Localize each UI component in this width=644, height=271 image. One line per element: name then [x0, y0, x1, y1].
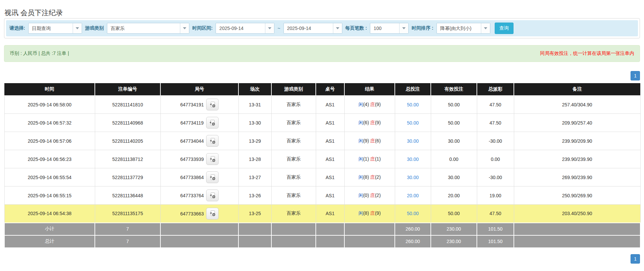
summary-empty-cell [160, 235, 238, 248]
cell-result: 闲(8) 庄(2) [344, 168, 395, 187]
chevron-down-icon[interactable] [399, 23, 408, 33]
cell-total-bet[interactable]: 30.00 [395, 150, 431, 168]
video-replay-icon[interactable] [206, 117, 219, 129]
cell-bet-id: 522811140968 [95, 114, 160, 132]
cell-round-id: 647733939 [160, 150, 238, 168]
summary-empty-cell [514, 235, 640, 248]
cell-payout: 47.50 [477, 96, 514, 114]
summary-total-bet: 260.00 [395, 223, 431, 235]
summary-payout: 101.50 [477, 223, 514, 235]
table-row: 2025-09-14 06:57:32522811140968647734119… [4, 114, 640, 132]
chevron-down-icon[interactable] [265, 23, 274, 33]
cell-time: 2025-09-14 06:57:32 [4, 114, 95, 132]
page-1-button[interactable]: 1 [631, 254, 640, 264]
select-type-dropdown[interactable]: 日期查询 [28, 23, 82, 34]
summary-label: 总计 [4, 235, 95, 248]
summary-empty-cell [238, 223, 271, 235]
cell-total-bet[interactable]: 30.00 [395, 132, 431, 150]
column-header: 时间 [4, 83, 95, 96]
chevron-down-icon[interactable] [73, 23, 82, 33]
summary-empty-cell [344, 223, 395, 235]
cell-game-type: 百家乐 [271, 114, 316, 132]
cell-time: 2025-09-14 06:57:06 [4, 132, 95, 150]
cell-payout: 0.00 [477, 150, 514, 168]
date-range-separator: ~ [277, 26, 280, 31]
summary-empty-cell [514, 223, 640, 235]
date-to-dropdown[interactable]: 2025-09-14 [283, 23, 342, 34]
cell-result: 闲(4) 庄(9) [344, 96, 395, 114]
summary-empty-cell [271, 223, 316, 235]
video-replay-icon[interactable] [206, 153, 219, 165]
cell-session: 13-29 [238, 132, 271, 150]
summary-valid-bet: 230.00 [431, 223, 477, 235]
column-header: 局号 [160, 83, 238, 96]
total-bet-link[interactable]: 50.00 [407, 211, 419, 216]
cell-bet-id: 522811138712 [95, 150, 160, 168]
search-button[interactable]: 查询 [495, 23, 514, 34]
table-row: 2025-09-14 06:55:15522811136448647733764… [4, 187, 640, 205]
game-type-dropdown[interactable]: 百家乐 [107, 23, 189, 34]
cell-session: 13-27 [238, 168, 271, 187]
chevron-down-icon[interactable] [481, 23, 490, 33]
cell-time: 2025-09-14 06:54:38 [4, 205, 95, 223]
total-bet-link[interactable]: 30.00 [407, 138, 419, 144]
date-from-value: 2025-09-14 [216, 23, 265, 33]
time-sort-dropdown[interactable]: 降幂(由大到小) [437, 23, 490, 34]
total-bet-link[interactable]: 50.00 [407, 120, 419, 126]
cell-table-no: AS1 [316, 187, 344, 205]
cell-total-bet[interactable]: 50.00 [395, 114, 431, 132]
cell-round-id: 647734191 [160, 96, 238, 114]
cell-game-type: 百家乐 [271, 205, 316, 223]
video-replay-icon[interactable] [206, 208, 219, 219]
cell-game-type: 百家乐 [271, 150, 316, 168]
cell-game-type: 百家乐 [271, 187, 316, 205]
cell-result: 闲(1) 庄(1) [344, 150, 395, 168]
cell-total-bet[interactable]: 50.00 [395, 96, 431, 114]
page-1-button[interactable]: 1 [631, 71, 640, 80]
date-from-dropdown[interactable]: 2025-09-14 [216, 23, 274, 34]
cell-valid-bet: 50.00 [431, 114, 477, 132]
video-replay-icon[interactable] [206, 171, 219, 183]
warning-text: 同局有效投注，统一计算在该局第一张注单内 [540, 50, 634, 57]
cell-round-id: 647733864 [160, 168, 238, 187]
cell-bet-id: 522811140205 [95, 132, 160, 150]
summary-row: 小计7260.00230.00101.50 [4, 223, 640, 235]
chevron-down-icon[interactable] [180, 23, 189, 33]
game-type-label: 游戏类别 [85, 25, 104, 31]
cell-time: 2025-09-14 06:56:23 [4, 150, 95, 168]
table-row: 2025-09-14 06:57:06522811140205647734044… [4, 132, 640, 150]
summary-empty-cell [344, 235, 395, 248]
cell-table-no: AS1 [316, 150, 344, 168]
cell-valid-bet: 30.00 [431, 132, 477, 150]
chevron-down-icon[interactable] [333, 23, 342, 33]
cell-session: 13-26 [238, 187, 271, 205]
cell-remark: 209.90/257.40 [514, 114, 640, 132]
cell-time: 2025-09-14 06:58:00 [4, 96, 95, 114]
cell-total-bet[interactable]: 20.00 [395, 187, 431, 205]
table-row: 2025-09-14 06:54:38522811135175647733663… [4, 205, 640, 223]
total-bet-link[interactable]: 20.00 [407, 193, 419, 198]
cell-result: 闲(6) 庄(9) [344, 114, 395, 132]
currency-summary: 币别 : 人民币 | 总共 :7 注单 | [10, 50, 69, 57]
cell-remark: 239.90/239.90 [514, 150, 640, 168]
cell-total-bet[interactable]: 50.00 [395, 205, 431, 223]
cell-total-bet[interactable]: 30.00 [395, 168, 431, 187]
cell-game-type: 百家乐 [271, 168, 316, 187]
total-bet-link[interactable]: 30.00 [407, 157, 419, 162]
video-replay-icon[interactable] [206, 135, 219, 147]
total-bet-link[interactable]: 50.00 [407, 102, 419, 107]
total-bet-link[interactable]: 30.00 [407, 175, 419, 180]
time-sort-value: 降幂(由大到小) [437, 23, 481, 33]
cell-payout: 19.00 [477, 187, 514, 205]
video-replay-icon[interactable] [206, 99, 219, 110]
cell-session: 13-30 [238, 114, 271, 132]
page-size-dropdown[interactable]: 100 [370, 23, 409, 34]
column-header: 注单编号 [95, 83, 160, 96]
cell-remark: 257.40/304.90 [514, 96, 640, 114]
cell-round-id: 647734119 [160, 114, 238, 132]
cell-valid-bet: 50.00 [431, 96, 477, 114]
select-type-value: 日期查询 [29, 23, 73, 33]
page-title: 视讯 会员下注纪录 [0, 0, 644, 18]
video-replay-icon[interactable] [206, 190, 219, 201]
summary-empty-cell [316, 223, 344, 235]
